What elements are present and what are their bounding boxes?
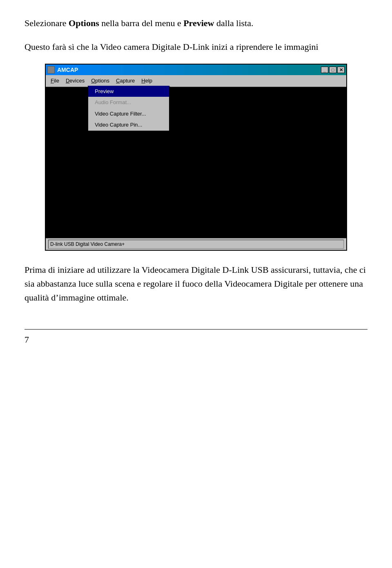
intro-text-2: nella barra del menu e bbox=[99, 18, 183, 28]
intro-bold-1: Options bbox=[69, 18, 99, 28]
menu-help[interactable]: Help bbox=[138, 76, 156, 86]
maximize-button[interactable]: □ bbox=[329, 67, 336, 73]
menu-options-container: Options Preview Audio Format... Video Ca… bbox=[88, 76, 113, 86]
menu-options-label: O bbox=[91, 78, 95, 84]
amcap-statusbar-text: D-link USB Digital Video Camera+ bbox=[48, 240, 344, 249]
menu-help-label: H bbox=[141, 78, 145, 84]
amcap-window: AMCAP _ □ ✕ File Devices Options Preview… bbox=[45, 64, 347, 251]
intro-text-1: Selezionare bbox=[24, 18, 69, 28]
options-audio-format: Audio Format... bbox=[88, 97, 169, 108]
amcap-statusbar: D-link USB Digital Video Camera+ bbox=[46, 238, 346, 250]
intro-text-3: dalla lista. bbox=[214, 18, 254, 28]
amcap-menubar: File Devices Options Preview Audio Forma… bbox=[46, 75, 346, 87]
intro-paragraph: Selezionare Options nella barra del menu… bbox=[24, 16, 368, 30]
bottom-text-content: Prima di iniziare ad utilizzare la Video… bbox=[24, 265, 366, 303]
para2: Questo farà sì che la Video camera Digit… bbox=[24, 40, 368, 54]
menu-capture[interactable]: Capture bbox=[113, 76, 138, 86]
menu-devices-label: D bbox=[66, 78, 69, 84]
para2-text: Questo farà sì che la Video camera Digit… bbox=[24, 42, 318, 52]
menu-devices[interactable]: Devices bbox=[62, 76, 88, 86]
options-video-capture-pin[interactable]: Video Capture Pin... bbox=[88, 119, 169, 131]
menu-file[interactable]: File bbox=[47, 76, 62, 86]
menu-options[interactable]: Options bbox=[88, 76, 113, 86]
amcap-app-icon bbox=[47, 66, 55, 74]
options-video-capture-filter[interactable]: Video Capture Filter... bbox=[88, 108, 169, 120]
options-preview[interactable]: Preview bbox=[88, 86, 169, 97]
intro-bold-2: Preview bbox=[183, 18, 214, 28]
page-footer: 7 bbox=[24, 329, 368, 346]
page-number: 7 bbox=[24, 334, 29, 345]
amcap-title: AMCAP bbox=[57, 66, 78, 74]
close-button[interactable]: ✕ bbox=[337, 67, 345, 73]
amcap-titlebar-buttons[interactable]: _ □ ✕ bbox=[321, 67, 345, 73]
bottom-paragraph: Prima di iniziare ad utilizzare la Video… bbox=[24, 263, 368, 305]
amcap-titlebar: AMCAP _ □ ✕ bbox=[46, 65, 346, 75]
menu-capture-label: C bbox=[116, 78, 120, 84]
minimize-button[interactable]: _ bbox=[321, 67, 328, 73]
menu-file-label: F bbox=[51, 78, 54, 84]
options-dropdown: Preview Audio Format... Video Capture Fi… bbox=[88, 86, 169, 131]
amcap-titlebar-left: AMCAP bbox=[47, 66, 78, 74]
